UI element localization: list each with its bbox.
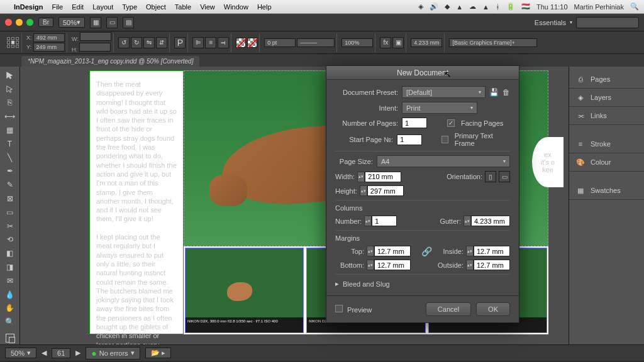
paragraph-icon[interactable]: P: [174, 37, 186, 48]
flip-h-icon[interactable]: ⇋: [143, 37, 155, 48]
scale-x-field[interactable]: 100%: [341, 38, 373, 47]
menu-file[interactable]: File: [52, 3, 63, 11]
bleed-slug-title[interactable]: Bleed and Slug: [343, 280, 390, 288]
gap-tool[interactable]: ⟷: [3, 110, 18, 123]
save-preset-icon[interactable]: 💾: [489, 88, 499, 97]
stepper-icon[interactable]: ▴▾: [466, 260, 474, 270]
links-panel[interactable]: ⫘Links: [569, 107, 644, 125]
menu-window[interactable]: Window: [224, 3, 248, 11]
pencil-tool[interactable]: ✎: [3, 178, 18, 191]
pages-panel[interactable]: ⎙Pages: [569, 70, 644, 89]
stroke-panel[interactable]: ≡Stroke: [569, 135, 644, 153]
view-options-icon[interactable]: ▦: [90, 17, 101, 28]
line-tool[interactable]: ╲: [3, 151, 18, 164]
scissors-tool[interactable]: ✂: [3, 220, 18, 233]
preset-select[interactable]: [Default]: [402, 86, 486, 98]
app-name[interactable]: InDesign: [14, 3, 43, 11]
cancel-button[interactable]: Cancel: [426, 302, 471, 316]
y-field[interactable]: 249 mm: [33, 43, 65, 52]
clock[interactable]: Thu 11:10: [536, 3, 568, 11]
text-column[interactable]: Then the meat disappeared by every morni…: [89, 70, 184, 334]
rectangle-frame-tool[interactable]: ⊠: [3, 192, 18, 205]
page-tool[interactable]: ⎘: [3, 97, 18, 109]
stepper-icon[interactable]: ▴▾: [464, 216, 471, 226]
disclosure-icon[interactable]: ▸: [335, 280, 339, 288]
help-search[interactable]: [576, 17, 639, 28]
minimize-icon[interactable]: [16, 19, 23, 26]
eyedropper-tool[interactable]: 💧: [3, 288, 18, 301]
col-number-input[interactable]: [372, 216, 397, 226]
fill-stroke-proxy[interactable]: [3, 332, 18, 344]
x-field[interactable]: 492 mm: [33, 33, 65, 42]
open-file-icon[interactable]: 📂 ▸: [145, 348, 171, 358]
bluetooth-icon[interactable]: ᚼ: [496, 3, 500, 11]
stepper-icon[interactable]: ▴▾: [466, 246, 474, 256]
menu-edit[interactable]: Edit: [72, 3, 84, 11]
delete-preset-icon[interactable]: 🗑: [502, 88, 510, 97]
transform-tool[interactable]: ⟲: [3, 234, 18, 246]
workspace-switcher[interactable]: Essentials: [535, 19, 566, 26]
stepper-icon[interactable]: ▴▾: [367, 246, 374, 256]
wifi-icon[interactable]: ◈: [418, 3, 423, 11]
thumbnail-frame[interactable]: NIKON D2X, 300.0 mm f/2.8 1/350 sec · f/…: [185, 248, 304, 333]
fill-swatch[interactable]: [236, 38, 246, 48]
flag-icon[interactable]: 🇭🇺: [521, 3, 530, 11]
bridge-button[interactable]: Br: [38, 18, 53, 27]
gutter-input[interactable]: [471, 216, 510, 226]
user-name[interactable]: Martin Perhiniak: [574, 3, 624, 11]
zoom-level[interactable]: 50% ▾: [58, 17, 85, 28]
direct-selection-tool[interactable]: [3, 83, 18, 96]
menu-object[interactable]: Object: [146, 3, 166, 11]
page-nav-next-icon[interactable]: ▶: [75, 349, 80, 357]
preview-checkbox[interactable]: [335, 305, 343, 312]
num-pages-input[interactable]: [402, 118, 427, 128]
cloud-icon[interactable]: ☁: [469, 3, 476, 11]
stepper-icon[interactable]: ▴▾: [360, 185, 367, 196]
menu-layout[interactable]: Layout: [92, 3, 113, 11]
margin-top-input[interactable]: [374, 246, 411, 256]
document-tab[interactable]: *NPM_magazin_2013-1_eng copy.indd @ 50% …: [21, 56, 199, 67]
rotate-ccw-icon[interactable]: ↺: [118, 37, 130, 48]
colour-panel[interactable]: 🎨Colour: [569, 153, 644, 172]
menu-table[interactable]: Table: [175, 3, 191, 11]
margin-inside-input[interactable]: [474, 246, 510, 256]
intent-select[interactable]: Print: [402, 102, 477, 114]
reference-point[interactable]: [7, 37, 19, 48]
flip-v-icon[interactable]: ⇵: [156, 37, 167, 48]
facing-pages-checkbox[interactable]: [447, 119, 455, 127]
screen-mode-icon[interactable]: ▭: [106, 17, 118, 28]
layers-panel[interactable]: ◈Layers: [569, 89, 644, 107]
stroke-weight[interactable]: 0 pt: [264, 38, 296, 47]
start-page-input[interactable]: [397, 134, 422, 145]
gap-field[interactable]: 4.233 mm: [411, 38, 442, 47]
note-tool[interactable]: ✉: [3, 275, 18, 287]
rotate-cw-icon[interactable]: ↻: [131, 37, 142, 48]
stroke-swatch[interactable]: [247, 38, 257, 48]
swatches-panel[interactable]: ▦Swatches: [569, 182, 644, 200]
hand-tool[interactable]: ✋: [3, 302, 18, 315]
rectangle-tool[interactable]: ▭: [3, 206, 18, 219]
menu-view[interactable]: View: [200, 3, 215, 11]
type-tool[interactable]: T: [3, 138, 18, 150]
selection-tool[interactable]: [3, 69, 18, 82]
menu-help[interactable]: Help: [257, 3, 272, 11]
content-collector-tool[interactable]: ▦: [3, 124, 18, 136]
dropbox-icon[interactable]: ◆: [445, 3, 450, 11]
preflight-status[interactable]: ● No errors ▾: [86, 347, 140, 359]
margin-bottom-input[interactable]: [374, 260, 411, 270]
margin-outside-input[interactable]: [474, 260, 510, 270]
battery-icon[interactable]: 🔋: [506, 3, 515, 11]
landscape-icon[interactable]: ▭: [499, 171, 510, 182]
arrange-icon[interactable]: ▤: [123, 17, 134, 28]
pen-tool[interactable]: ✒: [3, 165, 18, 178]
page-number[interactable]: 61: [52, 348, 70, 358]
stepper-icon[interactable]: ▴▾: [364, 216, 372, 226]
zoom-tool[interactable]: 🔍: [3, 315, 18, 328]
stepper-icon[interactable]: ▴▾: [367, 260, 374, 270]
menu-type[interactable]: Type: [122, 3, 137, 11]
page-size-select[interactable]: A4: [377, 155, 510, 167]
align-right-icon[interactable]: ⫤: [218, 37, 229, 48]
gradient-feather-tool[interactable]: ◨: [3, 261, 18, 273]
adobe-icon[interactable]: ▲: [456, 3, 463, 11]
w-field[interactable]: [80, 32, 111, 41]
